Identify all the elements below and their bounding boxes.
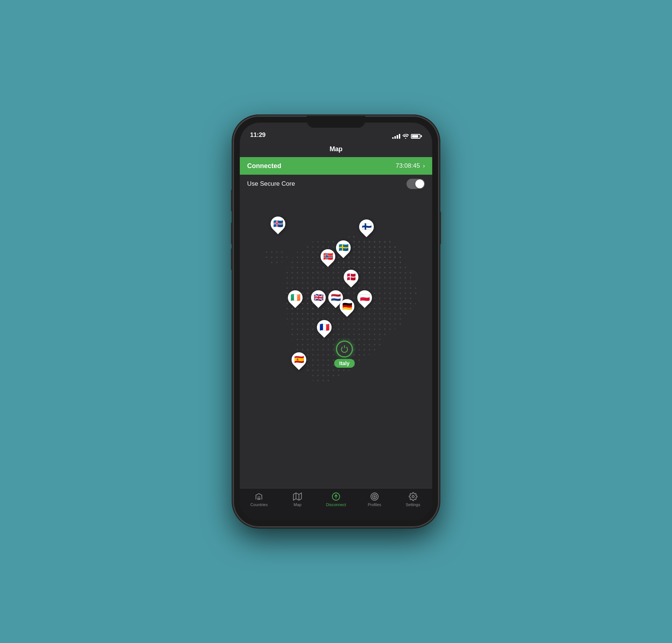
svg-marker-10 bbox=[293, 493, 301, 500]
svg-point-18 bbox=[412, 495, 414, 498]
pin-iceland[interactable]: 🇮🇸 bbox=[271, 217, 285, 233]
tab-profiles[interactable]: Profiles bbox=[355, 492, 394, 507]
connection-status: Connected bbox=[247, 162, 281, 170]
signal-icon bbox=[392, 134, 400, 139]
map-icon bbox=[293, 492, 302, 501]
pin-denmark[interactable]: 🇩🇰 bbox=[344, 270, 358, 286]
toggle-knob bbox=[415, 179, 424, 188]
tab-settings[interactable]: Settings bbox=[394, 492, 432, 507]
svg-point-16 bbox=[372, 494, 377, 499]
pin-germany[interactable]: 🇩🇪 bbox=[340, 299, 354, 316]
pin-france[interactable]: 🇫🇷 bbox=[317, 320, 332, 337]
status-time: 11:29 bbox=[250, 131, 265, 139]
wifi-icon bbox=[402, 134, 409, 139]
tab-disconnect[interactable]: Disconnect bbox=[317, 492, 355, 507]
pin-spain[interactable]: 🇪🇸 bbox=[292, 352, 306, 369]
connected-banner[interactable]: Connected 73:08:45 › bbox=[240, 157, 432, 175]
pin-uk[interactable]: 🇬🇧 bbox=[311, 290, 326, 307]
svg-rect-9 bbox=[258, 498, 260, 499]
phone-screen: 11:29 Map Connected bbox=[240, 123, 432, 520]
power-icon bbox=[340, 345, 348, 353]
pin-sweden[interactable]: 🇸🇪 bbox=[336, 240, 351, 257]
chevron-right-icon: › bbox=[423, 163, 425, 169]
pin-poland[interactable]: 🇵🇱 bbox=[357, 290, 372, 307]
disconnect-icon bbox=[332, 492, 340, 501]
tab-bar: Countries Map Disconnect bbox=[240, 488, 432, 520]
pin-norway[interactable]: 🇳🇴 bbox=[321, 249, 335, 266]
svg-point-17 bbox=[374, 496, 375, 497]
svg-point-15 bbox=[371, 493, 378, 500]
tab-profiles-label: Profiles bbox=[368, 502, 381, 507]
tab-map-label: Map bbox=[293, 502, 301, 507]
secure-core-row: Use Secure Core bbox=[240, 175, 432, 193]
active-country-label: Italy bbox=[334, 359, 355, 368]
tab-map[interactable]: Map bbox=[278, 492, 317, 507]
profiles-icon bbox=[370, 492, 379, 501]
connection-timer: 73:08:45 › bbox=[395, 162, 425, 170]
secure-core-toggle[interactable] bbox=[407, 179, 425, 189]
phone-shell: 11:29 Map Connected bbox=[233, 116, 439, 527]
map-area: 🇮🇸 🇳🇴 🇸🇪 🇫🇮 🇩🇰 bbox=[240, 193, 432, 488]
tab-settings-label: Settings bbox=[406, 502, 420, 507]
nav-title-bar: Map bbox=[240, 141, 432, 157]
settings-icon bbox=[409, 492, 418, 501]
page-title: Map bbox=[329, 145, 342, 153]
tab-disconnect-label: Disconnect bbox=[326, 502, 346, 507]
pin-finland[interactable]: 🇫🇮 bbox=[359, 219, 374, 236]
pin-italy-active[interactable]: Italy bbox=[334, 341, 355, 368]
secure-core-label: Use Secure Core bbox=[247, 180, 295, 188]
tab-countries[interactable]: Countries bbox=[240, 492, 278, 507]
notch bbox=[307, 116, 365, 128]
status-icons bbox=[392, 134, 422, 139]
tab-countries-label: Countries bbox=[250, 502, 268, 507]
battery-icon bbox=[411, 134, 422, 139]
countries-icon bbox=[254, 492, 263, 501]
pin-ireland[interactable]: 🇮🇪 bbox=[288, 290, 303, 307]
timer-value: 73:08:45 bbox=[395, 162, 420, 170]
